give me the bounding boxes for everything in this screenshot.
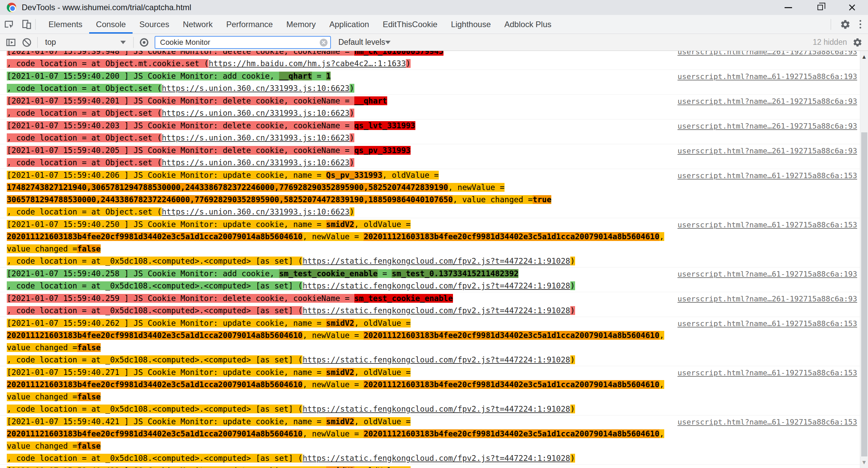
source-location-link[interactable]: userscript.html?name…261-192715a88c6a:93 (673, 119, 860, 132)
scrollbar-up-arrow-icon[interactable]: ▲ (860, 54, 868, 60)
log-line: [2021-01-07 15:59:40.271 ] JS Cookie Mon… (7, 366, 673, 378)
clear-filter-icon[interactable]: ✕ (320, 39, 328, 46)
log-message: [2021-01-07 15:59:40.422 ] JS Cookie Mon… (7, 465, 673, 468)
console-log-entry: [2021-01-07 15:59:40.422 ] JS Cookie Mon… (0, 465, 860, 468)
source-location-link[interactable]: userscript.html?name…61-192715a88c6a:193 (673, 267, 860, 280)
log-line: , code location = at _0x5dc108.<computed… (7, 304, 673, 317)
restore-button[interactable] (804, 0, 836, 15)
code-location-link[interactable]: https://s.union.360.cn/331993.js:10:6623 (162, 133, 350, 142)
device-toolbar-button[interactable] (18, 15, 35, 34)
tab-network[interactable]: Network (176, 15, 219, 34)
tab-performance[interactable]: Performance (219, 15, 279, 34)
log-line: , code location = at Object.set (https:/… (7, 206, 673, 218)
inspect-element-button[interactable] (0, 15, 18, 34)
log-text: , code location = at _0x5dc108.<computed… (7, 306, 302, 315)
scrollbar-down-arrow-icon[interactable]: ▼ (860, 459, 868, 466)
tab-console[interactable]: Console (89, 15, 133, 34)
cookie-highlight: false (77, 392, 101, 401)
divider (133, 37, 134, 48)
cookie-highlight: 202011121603183b4fee20cf9981d34402e3c5a1… (363, 331, 659, 340)
console-log-entry: [2021-01-07 15:59:39.948 ] JS Cookie Mon… (0, 51, 860, 70)
cookie-highlight: 202011121603183b4fee20cf9981d34402e3c5a1… (7, 429, 302, 438)
code-location-link[interactable]: https://static.fengkongcloud.com/fpv2.js… (302, 405, 570, 413)
minimize-icon (785, 7, 792, 8)
log-line: 202011121603183b4fee20cf9981d34402e3c5a1… (7, 428, 673, 452)
code-location-link[interactable]: https://s.union.360.cn/331993.js:10:6623 (162, 207, 350, 216)
log-text: ) (570, 257, 575, 265)
cookie-highlight: sm_test_cookie_enable (354, 294, 453, 303)
divider (831, 19, 831, 30)
source-location-link[interactable]: userscript.html?name…261-192715a88c6a:93 (673, 144, 860, 157)
tab-editthiscookie[interactable]: EditThisCookie (376, 15, 444, 34)
log-levels-dropdown[interactable]: Default levels (336, 38, 393, 47)
log-text: , newValue = (302, 380, 363, 389)
tab-strip: ElementsConsoleSourcesNetworkPerformance… (42, 15, 558, 34)
tab-elements[interactable]: Elements (42, 15, 89, 34)
log-text: ) (570, 405, 575, 413)
log-line: [2021-01-07 15:59:40.258 ] JS Cookie Mon… (7, 267, 673, 280)
console-sidebar-toggle-icon[interactable] (5, 37, 16, 48)
close-icon (848, 3, 856, 12)
cookie-highlight: qs_lvt_331993 (354, 121, 415, 130)
source-location-link[interactable]: userscript.html?name…261-192715a88c6a:93 (673, 292, 860, 305)
cookie-highlight: true (533, 195, 551, 204)
console-settings-gear-icon[interactable] (852, 37, 863, 48)
tab-adblock-plus[interactable]: Adblock Plus (498, 15, 558, 34)
source-location-link[interactable]: userscript.html?name…61-192715a88c6a:153 (673, 465, 860, 468)
frame-context-selector[interactable]: top (43, 38, 128, 47)
more-options-kebab-icon[interactable] (860, 20, 861, 29)
log-text: ) (350, 207, 354, 216)
code-location-link[interactable]: https://s.union.360.cn/331993.js:10:6623 (162, 109, 350, 117)
console-log-entry: [2021-01-07 15:59:40.250 ] JS Cookie Mon… (0, 218, 860, 267)
minimize-button[interactable] (772, 0, 804, 15)
source-location-link[interactable]: userscript.html?name…261-192715a88c6a:93 (673, 95, 860, 108)
code-location-link[interactable]: https://static.fengkongcloud.com/fpv2.js… (302, 454, 570, 463)
live-expression-eye-icon[interactable] (139, 37, 149, 48)
log-text: [2021-01-07 15:59:40.200 ] JS Cookie Mon… (7, 72, 279, 80)
log-text: , code location = at _0x5dc108.<computed… (7, 257, 302, 265)
source-location-link[interactable]: userscript.html?name…61-192715a88c6a:193 (673, 70, 860, 83)
tab-memory[interactable]: Memory (280, 15, 323, 34)
cookie-highlight: 3065781294788530000,2443386782372246000,… (7, 195, 453, 204)
source-location-link[interactable]: userscript.html?name…261-192715a88c6a:93 (673, 51, 860, 58)
code-location-link[interactable]: https://static.fengkongcloud.com/fpv2.js… (302, 355, 570, 364)
source-location-link[interactable]: userscript.html?name…61-192715a88c6a:153 (673, 317, 860, 330)
divider (35, 19, 36, 30)
code-location-link[interactable]: https://s.union.360.cn/331993.js:10:6623 (162, 84, 350, 93)
log-text: , oldValue = (354, 466, 411, 468)
chevron-down-icon (385, 41, 391, 44)
console-filter-input[interactable] (155, 36, 331, 49)
code-location-link[interactable]: https://hm.baidu.com/hm.js?cabe4c2…:1:16… (209, 59, 406, 68)
log-message: [2021-01-07 15:59:40.201 ] JS Cookie Mon… (7, 95, 673, 119)
tab-sources[interactable]: Sources (133, 15, 176, 34)
tab-lighthouse[interactable]: Lighthouse (444, 15, 497, 34)
tab-application[interactable]: Application (322, 15, 376, 34)
inspect-cursor-icon (3, 19, 14, 30)
source-location-link[interactable]: userscript.html?name…61-192715a88c6a:153 (673, 218, 860, 231)
cookie-highlight: 202011121603183b4fee20cf9981d34402e3c5a1… (363, 429, 659, 438)
clear-console-icon[interactable] (22, 37, 32, 48)
code-location-link[interactable]: https://static.fengkongcloud.com/fpv2.js… (302, 281, 570, 290)
log-line: [2021-01-07 15:59:40.203 ] JS Cookie Mon… (7, 119, 673, 132)
vertical-scrollbar[interactable]: ▲ ▼ (860, 51, 868, 468)
log-text: , oldValue = (354, 417, 411, 426)
console-log-entry: [2021-01-07 15:59:40.206 ] JS Cookie Mon… (0, 169, 860, 218)
source-location-link[interactable]: userscript.html?name…61-192715a88c6a:153 (673, 366, 860, 379)
log-line: , code location = at Object.set (https:/… (7, 107, 673, 119)
cookie-highlight: smidV2 (326, 319, 354, 327)
cookie-highlight: 202011121603183b4fee20cf9981d34402e3c5a1… (7, 331, 302, 340)
devtools-settings-gear-icon[interactable] (840, 19, 851, 30)
code-location-link[interactable]: https://static.fengkongcloud.com/fpv2.js… (302, 257, 570, 265)
log-message: [2021-01-07 15:59:40.206 ] JS Cookie Mon… (7, 169, 673, 218)
hidden-messages-count[interactable]: 12 hidden (813, 38, 847, 47)
log-text: [2021-01-07 15:59:40.206 ] JS Cookie Mon… (7, 171, 326, 180)
close-button[interactable] (836, 0, 868, 15)
log-text: ) (350, 158, 354, 167)
source-location-link[interactable]: userscript.html?name…61-192715a88c6a:153 (673, 169, 860, 182)
log-line: , code location = at _0x5dc108.<computed… (7, 452, 673, 464)
code-location-link[interactable]: https://s.union.360.cn/331993.js:10:6623 (162, 158, 350, 167)
log-message: [2021-01-07 15:59:40.205 ] JS Cookie Mon… (7, 144, 673, 169)
scrollbar-thumb[interactable] (861, 132, 867, 456)
code-location-link[interactable]: https://static.fengkongcloud.com/fpv2.js… (302, 306, 570, 315)
source-location-link[interactable]: userscript.html?name…61-192715a88c6a:153 (673, 415, 860, 428)
